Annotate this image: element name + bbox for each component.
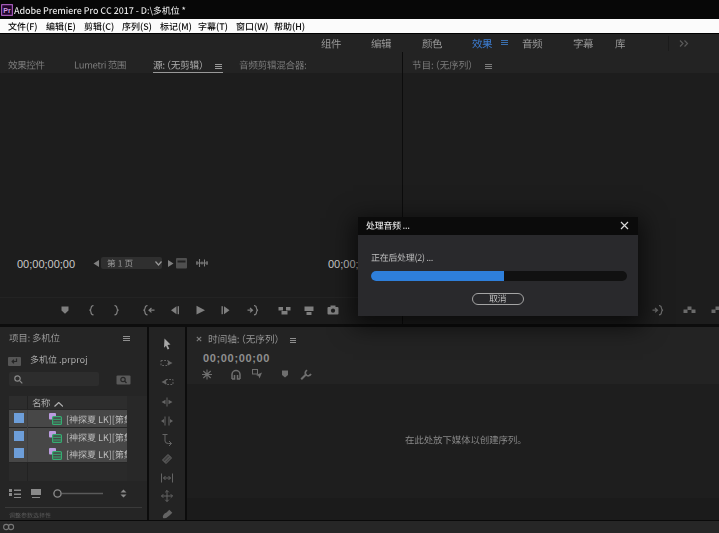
svg-text:Pr: Pr	[3, 7, 11, 14]
